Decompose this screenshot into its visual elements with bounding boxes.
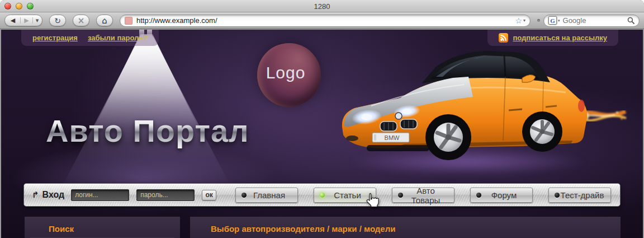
history-dropdown-icon[interactable]: ▾ [32,17,41,24]
nav-button-auto-goods[interactable]: Авто Товары [392,188,454,203]
home-button[interactable]: ⌂ [96,15,113,26]
toolbar-divider-dot [537,19,540,22]
logo-text: Logo [266,63,306,82]
title-bar[interactable]: 1280 [0,0,644,12]
webpage-viewport: регистрация забыли пароль? подписаться н… [1,30,643,238]
hero-car-image: BMW [338,44,628,163]
subscribe-link[interactable]: подписаться на рассылку [513,34,607,42]
login-ok-button[interactable]: ок [202,190,216,200]
reload-button[interactable]: ↻ [49,15,66,26]
site-favicon [125,17,132,25]
site-logo[interactable]: Logo [257,43,321,107]
car-selector-panel: Выбор автопроизводителя / марки / модели [190,217,621,238]
subscribe-badge: подписаться на рассылку [487,30,618,46]
search-panel: Поиск [25,217,180,238]
browser-toolbar: ◀ ▶ ▾ ↻ × ⌂ ☆ ▾ G ▾ [0,12,644,29]
forward-button[interactable]: ▶ [20,17,32,24]
main-navigation-bar: ↱ Вход ок Главная Статьи Авто Товары Фор… [23,183,621,207]
search-bar[interactable]: G ▾ [543,15,640,27]
google-engine-icon[interactable]: G [548,16,557,25]
stop-button[interactable]: × [73,15,89,26]
bookmark-dropdown-icon[interactable]: ▾ [523,18,525,23]
nav-dot-icon [398,193,403,198]
nav-button-test-drive[interactable]: Тест-драйв [548,188,611,203]
nav-dot-icon [555,193,560,198]
url-input[interactable] [136,16,515,25]
engine-dropdown-icon[interactable]: ▾ [558,18,560,23]
nav-dot-icon [476,193,481,198]
forgot-password-link[interactable]: забыли пароль? [88,34,148,42]
address-bar[interactable]: ☆ ▾ [120,15,531,27]
history-nav-group: ◀ ▶ ▾ [4,15,42,26]
site-title: Авто Портал [46,113,249,149]
login-input[interactable] [71,189,129,201]
register-link[interactable]: регистрация [32,34,78,42]
hand-cursor [364,192,379,209]
license-plate: BMW [372,133,409,142]
search-panel-title: Поиск [25,217,180,234]
nav-dot-icon-active [320,193,325,198]
nav-button-home[interactable]: Главная [235,188,298,203]
bookmark-star-icon[interactable]: ☆ [515,16,522,25]
password-input[interactable] [136,189,195,201]
nav-button-forum[interactable]: Форум [470,188,533,203]
window-title: 1280 [0,2,644,11]
browser-window: 1280 ◀ ▶ ▾ ↻ × ⌂ ☆ ▾ G ▾ [0,0,644,238]
magnifier-icon [627,17,634,24]
nav-dot-icon [242,193,247,198]
login-label: Вход [42,190,65,200]
login-arrow-icon: ↱ [32,190,39,200]
car-selector-title: Выбор автопроизводителя / марки / модели [190,217,621,234]
account-links-badge: регистрация забыли пароль? [21,30,159,46]
svg-text:BMW: BMW [385,134,400,141]
rear-wheel [522,111,562,152]
web-search-input[interactable] [563,16,627,25]
back-button[interactable]: ◀ [6,17,20,24]
front-wheel [425,114,471,160]
rss-icon[interactable] [499,33,508,43]
